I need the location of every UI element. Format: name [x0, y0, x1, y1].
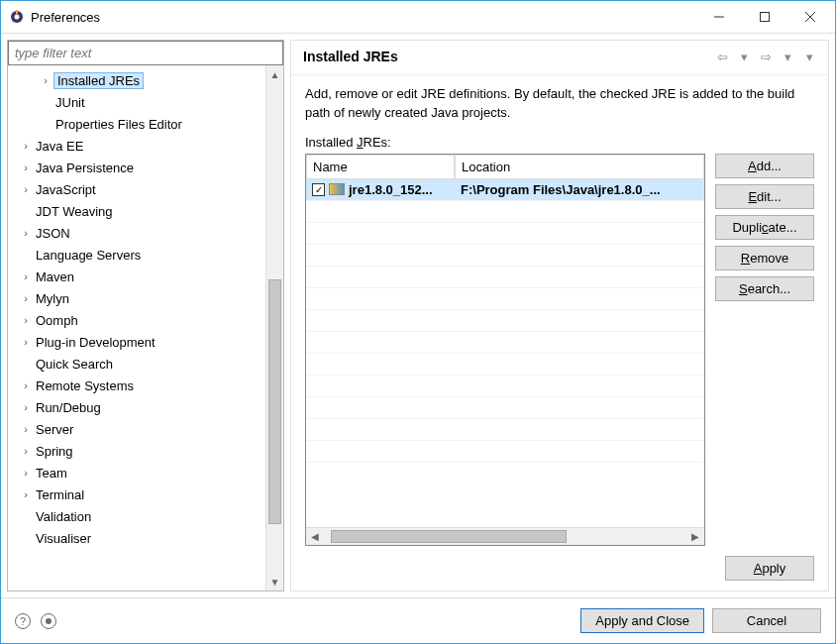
- jre-checkbox[interactable]: ✓: [312, 183, 325, 196]
- jre-icon: [329, 183, 345, 195]
- table-row[interactable]: [306, 376, 704, 397]
- dialog-footer: ? Apply and Close Cancel: [1, 597, 835, 643]
- table-row[interactable]: [306, 310, 704, 332]
- expand-icon[interactable]: ›: [20, 445, 32, 457]
- expand-icon[interactable]: ›: [40, 74, 52, 86]
- import-export-icon[interactable]: [41, 613, 56, 629]
- scroll-up-icon[interactable]: ▲: [266, 65, 283, 83]
- svg-rect-2: [16, 10, 18, 14]
- tree-item[interactable]: ›Installed JREs: [12, 69, 265, 91]
- tree-item[interactable]: Language Servers: [12, 244, 265, 266]
- duplicate-button[interactable]: Duplicate...: [715, 215, 814, 240]
- table-row[interactable]: [306, 332, 704, 354]
- jre-name: jre1.8.0_152...: [349, 182, 433, 197]
- column-name[interactable]: Name: [306, 155, 455, 179]
- tree-item[interactable]: ›Spring: [12, 440, 265, 462]
- left-panel: ›Installed JREsJUnitProperties Files Edi…: [7, 40, 284, 591]
- close-button[interactable]: [787, 2, 833, 32]
- back-menu-icon[interactable]: ▾: [735, 50, 753, 64]
- tree-item[interactable]: JUnit: [12, 91, 265, 113]
- remove-button[interactable]: Remove: [715, 246, 814, 270]
- table-hscroll[interactable]: ◀ ▶: [306, 527, 704, 545]
- table-row[interactable]: [306, 267, 704, 288]
- tree-item[interactable]: ›Mylyn: [12, 287, 265, 309]
- table-row[interactable]: [306, 223, 704, 245]
- tree-item-label: Properties Files Editor: [53, 117, 184, 132]
- installed-jres-label: Installed JREs:: [291, 129, 828, 154]
- tree-item-label: Oomph: [34, 313, 80, 328]
- preferences-tree[interactable]: ›Installed JREsJUnitProperties Files Edi…: [8, 65, 265, 590]
- hscroll-thumb[interactable]: [331, 530, 567, 543]
- table-row[interactable]: [306, 441, 704, 463]
- expand-icon[interactable]: ›: [20, 314, 32, 326]
- jre-location: F:\Program Files\Java\jre1.8.0_...: [455, 182, 704, 197]
- table-row[interactable]: [306, 419, 704, 441]
- minimize-button[interactable]: [696, 2, 742, 32]
- tree-item[interactable]: Properties Files Editor: [12, 113, 265, 135]
- scroll-left-icon[interactable]: ◀: [306, 528, 324, 545]
- table-row[interactable]: [306, 245, 704, 267]
- filter-input[interactable]: [8, 41, 283, 65]
- tree-item[interactable]: Quick Search: [12, 353, 265, 375]
- scroll-down-icon[interactable]: ▼: [266, 573, 283, 590]
- forward-icon[interactable]: ⇨: [757, 50, 775, 64]
- tree-item[interactable]: ›Plug-in Development: [12, 331, 265, 353]
- expand-icon[interactable]: ›: [20, 423, 32, 435]
- expand-icon[interactable]: ›: [20, 379, 32, 391]
- forward-menu-icon[interactable]: ▾: [779, 50, 796, 64]
- tree-item-label: Remote Systems: [34, 378, 136, 393]
- expand-icon[interactable]: ›: [20, 161, 32, 173]
- tree-item[interactable]: Visualiser: [12, 527, 265, 549]
- add-button[interactable]: Add...: [715, 154, 814, 178]
- table-row[interactable]: ✓jre1.8.0_152...F:\Program Files\Java\jr…: [306, 179, 704, 201]
- expand-icon[interactable]: ›: [20, 227, 32, 239]
- tree-item[interactable]: ›Java EE: [12, 135, 265, 157]
- scroll-thumb[interactable]: [268, 279, 281, 524]
- tree-item-label: Maven: [34, 269, 76, 284]
- table-row[interactable]: [306, 397, 704, 419]
- expand-icon[interactable]: ›: [20, 488, 32, 500]
- tree-item-label: JSON: [34, 226, 72, 241]
- expand-icon[interactable]: ›: [20, 292, 32, 304]
- tree-item-label: JUnit: [53, 95, 87, 110]
- expand-icon[interactable]: ›: [20, 183, 32, 195]
- preferences-window: Preferences ›Installed JREsJUnitProperti…: [0, 0, 836, 644]
- back-icon[interactable]: ⇦: [713, 50, 731, 64]
- svg-point-1: [15, 15, 20, 20]
- expand-icon[interactable]: ›: [20, 467, 32, 479]
- tree-scrollbar[interactable]: ▲ ▼: [265, 65, 283, 590]
- column-location[interactable]: Location: [455, 155, 704, 179]
- tree-item[interactable]: ›Server: [12, 418, 265, 440]
- help-icon[interactable]: ?: [15, 613, 31, 629]
- maximize-button[interactable]: [742, 2, 787, 32]
- tree-item[interactable]: ›JavaScript: [12, 178, 265, 200]
- table-row[interactable]: [306, 201, 704, 223]
- tree-item[interactable]: ›Team: [12, 462, 265, 483]
- tree-item[interactable]: ›Maven: [12, 266, 265, 287]
- page-title: Installed JREs: [303, 49, 713, 64]
- expand-icon[interactable]: ›: [20, 140, 32, 152]
- search-button[interactable]: Search...: [715, 276, 814, 301]
- expand-icon[interactable]: ›: [20, 401, 32, 413]
- jre-table[interactable]: Name Location ✓jre1.8.0_152...F:\Program…: [305, 154, 705, 546]
- tree-item[interactable]: ›JSON: [12, 222, 265, 244]
- expand-icon[interactable]: ›: [20, 336, 32, 348]
- table-row[interactable]: [306, 288, 704, 310]
- tree-item-label: Spring: [34, 444, 75, 459]
- apply-button[interactable]: Apply: [725, 556, 814, 581]
- tree-item[interactable]: ›Run/Debug: [12, 396, 265, 418]
- table-row[interactable]: [306, 354, 704, 376]
- tree-item[interactable]: ›Java Persistence: [12, 157, 265, 178]
- tree-item[interactable]: Validation: [12, 505, 265, 527]
- scroll-right-icon[interactable]: ▶: [686, 528, 704, 545]
- tree-item[interactable]: ›Oomph: [12, 309, 265, 331]
- tree-item-label: Java Persistence: [34, 161, 136, 175]
- expand-icon[interactable]: ›: [20, 270, 32, 282]
- edit-button[interactable]: Edit...: [715, 184, 814, 209]
- cancel-button[interactable]: Cancel: [712, 608, 821, 633]
- tree-item[interactable]: JDT Weaving: [12, 200, 265, 222]
- apply-and-close-button[interactable]: Apply and Close: [580, 608, 704, 633]
- view-menu-icon[interactable]: ▾: [800, 50, 818, 64]
- tree-item[interactable]: ›Terminal: [12, 483, 265, 505]
- tree-item[interactable]: ›Remote Systems: [12, 375, 265, 396]
